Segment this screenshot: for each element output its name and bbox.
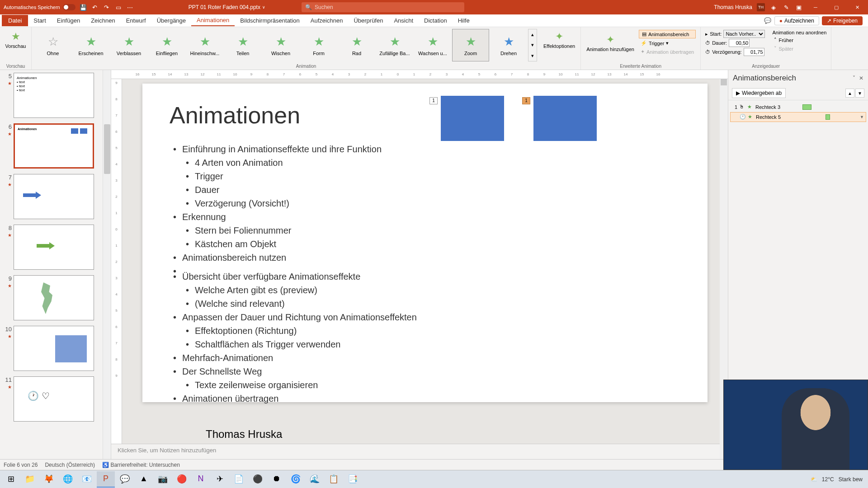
more-icon[interactable]: ⋯ (126, 3, 134, 11)
edge-icon[interactable]: 🌊 (306, 471, 324, 488)
start-select[interactable]: Nach Vorher... (723, 30, 765, 38)
autosave-toggle[interactable]: Automatisches Speichern (4, 4, 75, 10)
tab-review[interactable]: Überprüfen (348, 15, 388, 26)
anim-split[interactable]: ★Teilen (224, 29, 261, 61)
anim-fade[interactable]: ★Verblassen (110, 29, 147, 61)
add-animation-button[interactable]: ✦ Animation hinzufügen (584, 29, 637, 56)
move-earlier-button[interactable]: ˄Früher (772, 36, 826, 44)
share-button[interactable]: ↗Freigeben (822, 16, 863, 25)
delay-input[interactable] (744, 48, 764, 56)
slideshow-icon[interactable]: ▭ (114, 3, 123, 11)
slide-title[interactable]: Animationen (170, 102, 680, 129)
play-from-button[interactable]: ▶Wiedergeben ab (732, 88, 786, 98)
maximize-button[interactable]: ▢ (828, 0, 844, 14)
gallery-more[interactable]: ▴▾▾ (528, 29, 537, 61)
app-icon[interactable]: ⏺ (268, 471, 286, 488)
author-text[interactable]: Thomas Hruska (206, 428, 680, 441)
language[interactable]: Deutsch (Österreich) (45, 462, 95, 468)
anim-random[interactable]: ★Zufällige Ba... (376, 29, 413, 61)
anim-none[interactable]: ☆Ohne (34, 29, 71, 61)
tab-start[interactable]: Start (28, 15, 51, 26)
telegram-icon[interactable]: ✈ (211, 471, 229, 488)
app-icon[interactable]: 📑 (344, 471, 362, 488)
search-box[interactable]: 🔍 (302, 2, 464, 12)
chrome-icon[interactable]: 🌐 (59, 471, 77, 488)
anim-painter-button[interactable]: ✦Animation übertragen (639, 48, 696, 56)
slide-canvas[interactable]: Animationen Einführung in Animationseffe… (142, 84, 708, 402)
anim-row-1[interactable]: 1 🖱 ★ Rechteck 3 (730, 102, 866, 112)
tab-draw[interactable]: Zeichnen (85, 15, 120, 26)
anim-wheel[interactable]: ★Rad (338, 29, 375, 61)
anim-floatin[interactable]: ★Hineinschw... (186, 29, 223, 61)
accessibility[interactable]: ♿ Barrierefreiheit: Untersuchen (102, 462, 180, 468)
move-later-button[interactable]: ˅Später (772, 45, 826, 52)
filename[interactable]: PPT 01 Roter Faden 004.pptx∨ (189, 4, 265, 10)
app-icon[interactable]: 🔴 (173, 471, 191, 488)
tab-animations[interactable]: Animationen (191, 15, 235, 26)
anim-appear[interactable]: ★Erscheinen (72, 29, 109, 61)
trigger-button[interactable]: ⚡Trigger▾ (639, 39, 696, 47)
anim-wipe[interactable]: ★Wischen (262, 29, 299, 61)
thumb-11[interactable]: 11★ 🕐 ♡ (0, 374, 111, 424)
tab-design[interactable]: Entwurf (121, 15, 151, 26)
animation-pane-button[interactable]: ▤Animationsbereich (639, 30, 696, 38)
record-button[interactable]: ●Aufzeichnen (774, 16, 819, 25)
redo-icon[interactable]: ↷ (103, 3, 111, 11)
rectangle-5[interactable] (533, 96, 597, 141)
row-dropdown-icon[interactable]: ▼ (860, 115, 864, 119)
anim-zoom[interactable]: ★Zoom (452, 29, 489, 61)
obs-icon[interactable]: ⚫ (249, 471, 267, 488)
duration-input[interactable] (729, 39, 750, 47)
anim-tag-1[interactable]: 1 (429, 97, 438, 104)
thumb-10[interactable]: 10★ (0, 323, 111, 374)
tab-view[interactable]: Ansicht (388, 15, 419, 26)
tab-transitions[interactable]: Übergänge (151, 15, 191, 26)
window-icon[interactable]: ▣ (795, 3, 803, 11)
firefox-icon[interactable]: 🦊 (40, 471, 58, 488)
tab-record[interactable]: Aufzeichnen (305, 15, 349, 26)
minimize-button[interactable]: ─ (807, 0, 824, 14)
thumb-8[interactable]: 8★ (0, 222, 111, 272)
thumb-6[interactable]: 6★ Animationen (0, 121, 111, 171)
thumb-9[interactable]: 9★ (0, 272, 111, 323)
comments-icon[interactable]: 💬 (764, 17, 772, 25)
tab-file[interactable]: Datei (2, 15, 28, 26)
anim-grow[interactable]: ★Wachsen u... (414, 29, 451, 61)
app-icon[interactable]: 📋 (325, 471, 343, 488)
app-icon[interactable]: 📷 (154, 471, 172, 488)
effect-options-button[interactable]: ✦ Effektoptionen (541, 29, 578, 51)
thumb-5[interactable]: 5★ Animationen• text• text• text (0, 70, 111, 121)
app-icon[interactable]: 🌀 (287, 471, 305, 488)
thumb-scrollbar[interactable] (103, 70, 111, 459)
preview-button[interactable]: ★ Vorschau (3, 29, 28, 51)
notes-pane[interactable]: Klicken Sie, um Notizen hinzuzufügen (111, 444, 728, 459)
app-icon[interactable]: 📄 (230, 471, 248, 488)
search-input[interactable] (315, 4, 461, 10)
tab-help[interactable]: Hilfe (453, 15, 475, 26)
diamond-icon[interactable]: ◈ (769, 3, 778, 11)
onenote-icon[interactable]: N (192, 471, 210, 488)
user-name[interactable]: Thomas Hruska (714, 4, 752, 10)
anim-pane-dropdown-icon[interactable]: ˅ (853, 75, 855, 81)
anim-row-2[interactable]: 🕐 ★ Rechteck 5 ▼ (730, 112, 866, 122)
outlook-icon[interactable]: 📧 (78, 471, 96, 488)
vlc-icon[interactable]: ▲ (135, 471, 153, 488)
powerpoint-icon[interactable]: P (97, 471, 115, 488)
anim-spin[interactable]: ★Drehen (490, 29, 527, 61)
anim-tag-2[interactable]: 1 (522, 97, 530, 104)
tab-insert[interactable]: Einfügen (52, 15, 85, 26)
start-button[interactable]: ⊞ (2, 471, 20, 488)
weather-icon[interactable]: ⛅ (811, 476, 817, 483)
anim-pane-close-icon[interactable]: ✕ (859, 75, 863, 81)
move-up-button[interactable]: ▲ (845, 89, 854, 98)
tab-dictation[interactable]: Dictation (419, 15, 453, 26)
user-avatar[interactable]: TH (757, 3, 765, 11)
close-button[interactable]: ✕ (849, 0, 865, 14)
undo-icon[interactable]: ↶ (91, 3, 99, 11)
rectangle-3[interactable] (441, 96, 504, 141)
move-down-button[interactable]: ▼ (855, 89, 864, 98)
tab-slideshow[interactable]: Bildschirmpräsentation (235, 15, 305, 26)
anim-shape[interactable]: ★Form (300, 29, 337, 61)
pen-icon[interactable]: ✎ (782, 3, 790, 11)
slide-body[interactable]: Einführung in Animationseffekte und ihre… (170, 142, 680, 405)
